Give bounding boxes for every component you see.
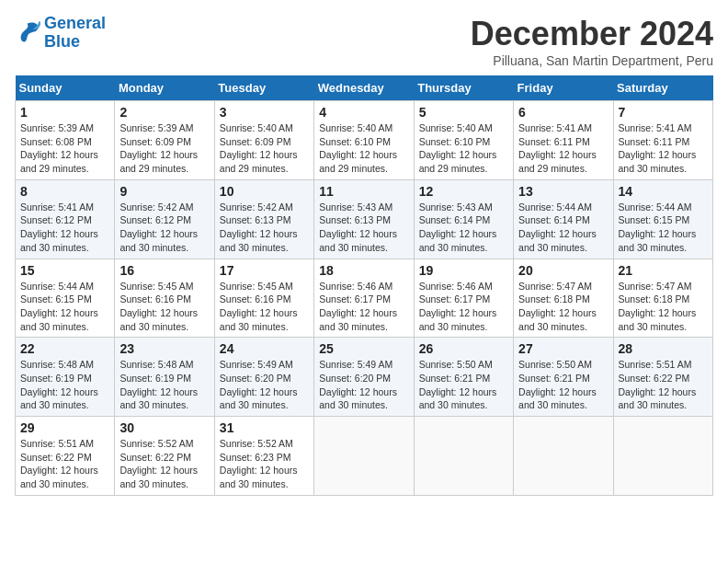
day-info: Sunrise: 5:44 AM Sunset: 6:14 PM Dayligh… <box>518 201 608 255</box>
calendar-cell: 20 Sunrise: 5:47 AM Sunset: 6:18 PM Dayl… <box>514 259 613 338</box>
calendar-cell: 30 Sunrise: 5:52 AM Sunset: 6:22 PM Dayl… <box>115 417 214 496</box>
day-number: 27 <box>518 341 608 356</box>
day-number: 30 <box>119 420 209 435</box>
header-row: Sunday Monday Tuesday Wednesday Thursday… <box>16 75 713 101</box>
day-number: 10 <box>220 184 309 199</box>
day-number: 26 <box>419 341 508 356</box>
day-info: Sunrise: 5:50 AM Sunset: 6:21 PM Dayligh… <box>518 358 608 412</box>
calendar-cell: 9 Sunrise: 5:42 AM Sunset: 6:12 PM Dayli… <box>115 179 214 259</box>
day-info: Sunrise: 5:40 AM Sunset: 6:10 PM Dayligh… <box>319 121 408 176</box>
day-info: Sunrise: 5:48 AM Sunset: 6:19 PM Dayligh… <box>20 358 109 412</box>
calendar-cell: 12 Sunrise: 5:43 AM Sunset: 6:14 PM Dayl… <box>414 179 513 259</box>
day-info: Sunrise: 5:42 AM Sunset: 6:13 PM Dayligh… <box>220 201 309 255</box>
day-info: Sunrise: 5:42 AM Sunset: 6:12 PM Dayligh… <box>119 201 209 255</box>
calendar-cell: 10 Sunrise: 5:42 AM Sunset: 6:13 PM Dayl… <box>214 179 313 259</box>
col-wednesday: Wednesday <box>314 75 414 101</box>
col-tuesday: Tuesday <box>214 75 313 101</box>
calendar-row: 1 Sunrise: 5:39 AM Sunset: 6:08 PM Dayli… <box>16 101 713 180</box>
day-number: 11 <box>319 184 408 199</box>
calendar-table: Sunday Monday Tuesday Wednesday Thursday… <box>15 75 713 496</box>
calendar-cell: 24 Sunrise: 5:49 AM Sunset: 6:20 PM Dayl… <box>214 338 313 417</box>
day-info: Sunrise: 5:47 AM Sunset: 6:18 PM Dayligh… <box>518 280 608 334</box>
day-info: Sunrise: 5:50 AM Sunset: 6:21 PM Dayligh… <box>419 358 508 412</box>
day-info: Sunrise: 5:41 AM Sunset: 6:11 PM Dayligh… <box>619 121 708 176</box>
calendar-cell: 23 Sunrise: 5:48 AM Sunset: 6:19 PM Dayl… <box>115 338 214 417</box>
day-info: Sunrise: 5:44 AM Sunset: 6:15 PM Dayligh… <box>619 201 708 255</box>
calendar-cell: 7 Sunrise: 5:41 AM Sunset: 6:11 PM Dayli… <box>613 101 712 180</box>
calendar-cell: 31 Sunrise: 5:52 AM Sunset: 6:23 PM Dayl… <box>214 417 313 496</box>
day-info: Sunrise: 5:52 AM Sunset: 6:23 PM Dayligh… <box>220 437 309 491</box>
calendar-cell: 22 Sunrise: 5:48 AM Sunset: 6:19 PM Dayl… <box>16 338 115 417</box>
day-number: 6 <box>518 105 608 120</box>
calendar-row: 22 Sunrise: 5:48 AM Sunset: 6:19 PM Dayl… <box>16 338 713 417</box>
day-info: Sunrise: 5:44 AM Sunset: 6:15 PM Dayligh… <box>20 280 109 334</box>
day-info: Sunrise: 5:40 AM Sunset: 6:10 PM Dayligh… <box>419 121 508 176</box>
day-number: 2 <box>119 105 209 120</box>
day-number: 28 <box>619 341 708 356</box>
day-number: 23 <box>119 341 209 356</box>
calendar-cell <box>414 417 513 496</box>
day-info: Sunrise: 5:43 AM Sunset: 6:13 PM Dayligh… <box>319 201 408 255</box>
day-info: Sunrise: 5:45 AM Sunset: 6:16 PM Dayligh… <box>220 280 309 334</box>
calendar-cell: 3 Sunrise: 5:40 AM Sunset: 6:09 PM Dayli… <box>214 101 313 180</box>
day-info: Sunrise: 5:47 AM Sunset: 6:18 PM Dayligh… <box>619 280 708 334</box>
day-number: 16 <box>119 263 209 278</box>
day-info: Sunrise: 5:52 AM Sunset: 6:22 PM Dayligh… <box>119 437 209 491</box>
day-number: 7 <box>619 105 708 120</box>
day-number: 9 <box>119 184 209 199</box>
calendar-cell: 18 Sunrise: 5:46 AM Sunset: 6:17 PM Dayl… <box>314 259 414 338</box>
day-number: 29 <box>20 420 109 435</box>
logo: General Blue <box>15 15 106 52</box>
logo-text: General Blue <box>44 15 106 52</box>
calendar-cell: 1 Sunrise: 5:39 AM Sunset: 6:08 PM Dayli… <box>16 101 115 180</box>
calendar-cell: 6 Sunrise: 5:41 AM Sunset: 6:11 PM Dayli… <box>514 101 613 180</box>
day-number: 17 <box>220 263 309 278</box>
calendar-cell <box>314 417 414 496</box>
location-subtitle: Pilluana, San Martin Department, Peru <box>471 53 713 68</box>
title-section: December 2024 Pilluana, San Martin Depar… <box>471 15 713 68</box>
calendar-cell: 2 Sunrise: 5:39 AM Sunset: 6:09 PM Dayli… <box>115 101 214 180</box>
day-info: Sunrise: 5:40 AM Sunset: 6:09 PM Dayligh… <box>220 121 309 176</box>
calendar-cell: 15 Sunrise: 5:44 AM Sunset: 6:15 PM Dayl… <box>16 259 115 338</box>
day-info: Sunrise: 5:39 AM Sunset: 6:08 PM Dayligh… <box>20 121 109 176</box>
month-title: December 2024 <box>471 15 713 53</box>
calendar-row: 29 Sunrise: 5:51 AM Sunset: 6:22 PM Dayl… <box>16 417 713 496</box>
calendar-cell: 25 Sunrise: 5:49 AM Sunset: 6:20 PM Dayl… <box>314 338 414 417</box>
day-number: 15 <box>20 263 109 278</box>
calendar-cell: 8 Sunrise: 5:41 AM Sunset: 6:12 PM Dayli… <box>16 179 115 259</box>
calendar-cell: 16 Sunrise: 5:45 AM Sunset: 6:16 PM Dayl… <box>115 259 214 338</box>
calendar-cell <box>613 417 712 496</box>
calendar-cell: 11 Sunrise: 5:43 AM Sunset: 6:13 PM Dayl… <box>314 179 414 259</box>
calendar-row: 8 Sunrise: 5:41 AM Sunset: 6:12 PM Dayli… <box>16 179 713 259</box>
day-number: 12 <box>419 184 508 199</box>
day-number: 24 <box>220 341 309 356</box>
calendar-cell: 5 Sunrise: 5:40 AM Sunset: 6:10 PM Dayli… <box>414 101 513 180</box>
day-number: 8 <box>20 184 109 199</box>
day-number: 18 <box>319 263 408 278</box>
day-number: 5 <box>419 105 508 120</box>
calendar-cell <box>514 417 613 496</box>
day-info: Sunrise: 5:46 AM Sunset: 6:17 PM Dayligh… <box>319 280 408 334</box>
calendar-cell: 4 Sunrise: 5:40 AM Sunset: 6:10 PM Dayli… <box>314 101 414 180</box>
day-number: 4 <box>319 105 408 120</box>
day-number: 22 <box>20 341 109 356</box>
calendar-row: 15 Sunrise: 5:44 AM Sunset: 6:15 PM Dayl… <box>16 259 713 338</box>
day-info: Sunrise: 5:45 AM Sunset: 6:16 PM Dayligh… <box>119 280 209 334</box>
day-info: Sunrise: 5:43 AM Sunset: 6:14 PM Dayligh… <box>419 201 508 255</box>
calendar-cell: 14 Sunrise: 5:44 AM Sunset: 6:15 PM Dayl… <box>613 179 712 259</box>
calendar-cell: 29 Sunrise: 5:51 AM Sunset: 6:22 PM Dayl… <box>16 417 115 496</box>
calendar-cell: 28 Sunrise: 5:51 AM Sunset: 6:22 PM Dayl… <box>613 338 712 417</box>
calendar-cell: 27 Sunrise: 5:50 AM Sunset: 6:21 PM Dayl… <box>514 338 613 417</box>
day-info: Sunrise: 5:41 AM Sunset: 6:11 PM Dayligh… <box>518 121 608 176</box>
day-info: Sunrise: 5:49 AM Sunset: 6:20 PM Dayligh… <box>319 358 408 412</box>
day-number: 21 <box>619 263 708 278</box>
day-number: 1 <box>20 105 109 120</box>
col-friday: Friday <box>514 75 613 101</box>
calendar-cell: 19 Sunrise: 5:46 AM Sunset: 6:17 PM Dayl… <box>414 259 513 338</box>
day-info: Sunrise: 5:39 AM Sunset: 6:09 PM Dayligh… <box>119 121 209 176</box>
day-number: 14 <box>619 184 708 199</box>
day-info: Sunrise: 5:48 AM Sunset: 6:19 PM Dayligh… <box>119 358 209 412</box>
calendar-cell: 17 Sunrise: 5:45 AM Sunset: 6:16 PM Dayl… <box>214 259 313 338</box>
calendar-cell: 26 Sunrise: 5:50 AM Sunset: 6:21 PM Dayl… <box>414 338 513 417</box>
col-monday: Monday <box>115 75 214 101</box>
